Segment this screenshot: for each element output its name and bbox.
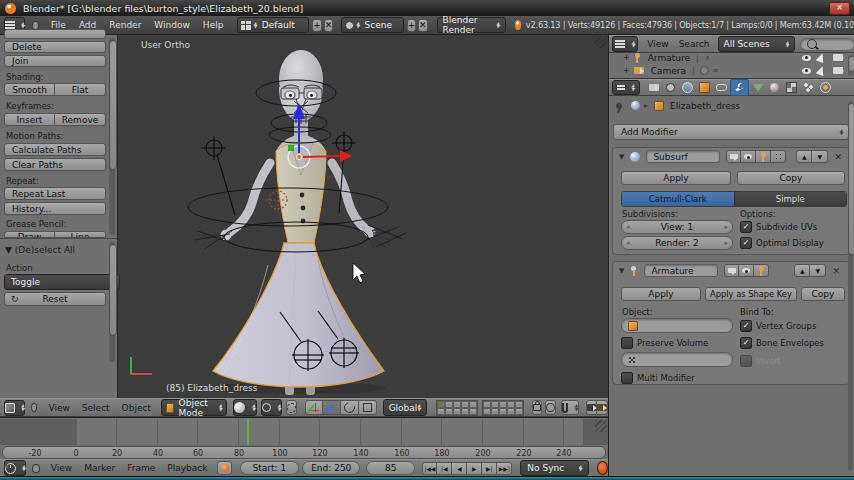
armature-object-field[interactable]	[621, 318, 733, 333]
menu-outliner-view[interactable]: View	[647, 39, 668, 49]
subsurf-copy-button[interactable]: Copy	[737, 171, 845, 185]
subsurf-apply-button[interactable]: Apply	[621, 171, 731, 185]
render-opengl-button[interactable]	[586, 400, 597, 415]
lock-to-scene-button[interactable]	[532, 400, 543, 415]
render-visibility-toggle[interactable]	[726, 150, 741, 163]
apply-as-shape-key-button[interactable]: Apply as Shape Key	[705, 287, 797, 301]
timeline-ruler[interactable]: -20 0 20 40 60 80 100 120 140 160 180 20…	[2, 446, 606, 459]
remove-keyframe-button[interactable]: Remove	[55, 113, 106, 126]
jump-start-button[interactable]: |◀◀	[422, 462, 437, 475]
render-engine-dropdown[interactable]: Blender Render ▲▼	[437, 17, 506, 33]
timeline-header-toggle-icon[interactable]	[32, 464, 39, 473]
vertex-groups-checkbox[interactable]: ✓Vertex Groups	[740, 320, 816, 332]
history-button[interactable]: History...	[4, 202, 106, 215]
move-modifier-down-button[interactable]: ▼	[810, 264, 826, 277]
clear-paths-button[interactable]: Clear Paths	[4, 158, 106, 171]
manipulator-rotate-button[interactable]	[341, 400, 359, 415]
layers-grid-2[interactable]	[482, 400, 524, 416]
vertex-group-field[interactable]	[621, 352, 733, 367]
menu-object[interactable]: Object	[122, 403, 151, 413]
tab-render[interactable]	[645, 80, 662, 95]
viewport-visibility-toggle[interactable]	[741, 150, 756, 163]
add-layout-button[interactable]: +	[312, 19, 321, 32]
invert-checkbox[interactable]: Invert	[740, 355, 781, 367]
subdivide-uvs-checkbox[interactable]: ✓Subdivide UVs	[740, 221, 817, 233]
editmode-visibility-toggle[interactable]	[756, 150, 771, 163]
selectable-toggle-icon[interactable]	[816, 65, 827, 76]
mode-dropdown[interactable]: Object Mode ▲▼	[161, 399, 227, 416]
snap-button[interactable]: ▲▼	[561, 400, 579, 415]
modifier-name-field[interactable]: Subsurf	[646, 150, 720, 163]
scene-dropdown[interactable]: ▲▼ Scene	[341, 17, 404, 33]
render-visibility-toggle[interactable]	[724, 264, 739, 277]
pin-icon[interactable]	[616, 103, 622, 109]
record-button[interactable]	[597, 461, 608, 475]
expander-icon[interactable]: +	[623, 53, 630, 62]
hide-toggle-icon[interactable]	[802, 68, 811, 74]
tab-object-data[interactable]	[749, 80, 766, 95]
repeat-last-button[interactable]: Repeat Last	[4, 187, 106, 200]
pivot-align-button[interactable]	[286, 400, 297, 415]
tab-scene[interactable]	[662, 80, 679, 95]
delete-scene-button[interactable]: ✕	[418, 19, 427, 32]
properties-scrollbar[interactable]	[848, 101, 853, 471]
breadcrumb-object-name[interactable]: Elizabeth_dress	[670, 101, 740, 111]
menu-render[interactable]: Render	[109, 20, 141, 30]
calculate-paths-button[interactable]: Calculate Paths	[4, 143, 106, 156]
region-corner-handle[interactable]	[595, 36, 607, 48]
join-button[interactable]: Join	[4, 55, 106, 67]
move-modifier-down-button[interactable]: ▼	[812, 150, 828, 163]
delete-button[interactable]: Delete	[4, 41, 106, 53]
menu-view[interactable]: View	[48, 403, 69, 413]
partial-top-button[interactable]	[4, 29, 106, 39]
current-frame-field[interactable]: ◂85▸	[366, 461, 415, 475]
tab-texture[interactable]	[783, 80, 800, 95]
menu-tl-playback[interactable]: Playback	[167, 463, 207, 473]
armature-apply-button[interactable]: Apply	[621, 287, 701, 301]
3d-model-elizabeth[interactable]	[118, 35, 609, 398]
move-modifier-up-button[interactable]: ▲	[796, 150, 812, 163]
outliner-scrollbar[interactable]	[848, 55, 853, 76]
render-toggle-icon[interactable]	[833, 67, 843, 74]
delete-layout-button[interactable]: ✕	[324, 19, 333, 32]
subsurf-view-field[interactable]: ◂View: 1▸	[621, 220, 733, 234]
editmode-visibility-toggle[interactable]	[754, 264, 769, 277]
toolshelf-scrollbar[interactable]	[109, 38, 115, 235]
reset-button[interactable]: ↻ Reset	[4, 292, 106, 306]
expander-icon[interactable]: +	[623, 66, 630, 75]
selectable-toggle-icon[interactable]	[816, 53, 827, 63]
add-modifier-dropdown[interactable]: Add Modifier ▲▼	[613, 124, 849, 140]
menu-tl-marker[interactable]: Marker	[84, 463, 115, 473]
properties-editor-dropdown[interactable]: ▲▼	[612, 80, 640, 95]
playhead[interactable]	[247, 419, 249, 445]
view3d-editor-dropdown[interactable]: ▲▼	[4, 400, 25, 416]
frame-start-field[interactable]: ◂Start: 1▸	[240, 461, 300, 475]
tab-modifiers[interactable]	[730, 79, 749, 96]
render-toggle-icon[interactable]	[833, 54, 843, 61]
sync-dropdown[interactable]: No Sync ▲▼	[520, 460, 589, 476]
screen-layout-dropdown[interactable]: ▲▼ Default	[237, 17, 309, 33]
hide-toggle-icon[interactable]	[802, 55, 811, 61]
viewport-shading-dropdown[interactable]: ▲▼	[233, 399, 256, 416]
cage-toggle[interactable]	[771, 150, 786, 163]
outliner-search-input[interactable]	[800, 38, 854, 51]
redo-scrollbar[interactable]	[109, 242, 115, 362]
keying-set-button[interactable]	[217, 461, 231, 475]
render-opengl-anim-button[interactable]	[597, 400, 608, 415]
manipulator-axis-button[interactable]	[305, 400, 323, 415]
prev-keyframe-button[interactable]: |◀	[437, 462, 452, 475]
insert-keyframe-button[interactable]: Insert	[4, 113, 55, 126]
smooth-button[interactable]: Smooth	[4, 83, 55, 96]
flat-button[interactable]: Flat	[55, 83, 106, 96]
optimal-display-checkbox[interactable]: ✓Optimal Display	[740, 237, 824, 249]
delete-modifier-icon[interactable]: ✕	[834, 152, 842, 162]
tab-physics[interactable]	[817, 80, 834, 95]
tab-world[interactable]	[679, 80, 696, 95]
outliner-editor-dropdown[interactable]: ▲▼	[612, 36, 638, 52]
tab-material[interactable]	[766, 80, 783, 95]
play-reverse-button[interactable]: ◀	[452, 462, 467, 475]
orientation-dropdown[interactable]: Global ▲▼	[383, 399, 427, 416]
modifier-name-field[interactable]: Armature	[644, 264, 718, 277]
tab-object[interactable]	[696, 80, 713, 95]
jump-end-button[interactable]: ▶▶|	[497, 462, 512, 475]
